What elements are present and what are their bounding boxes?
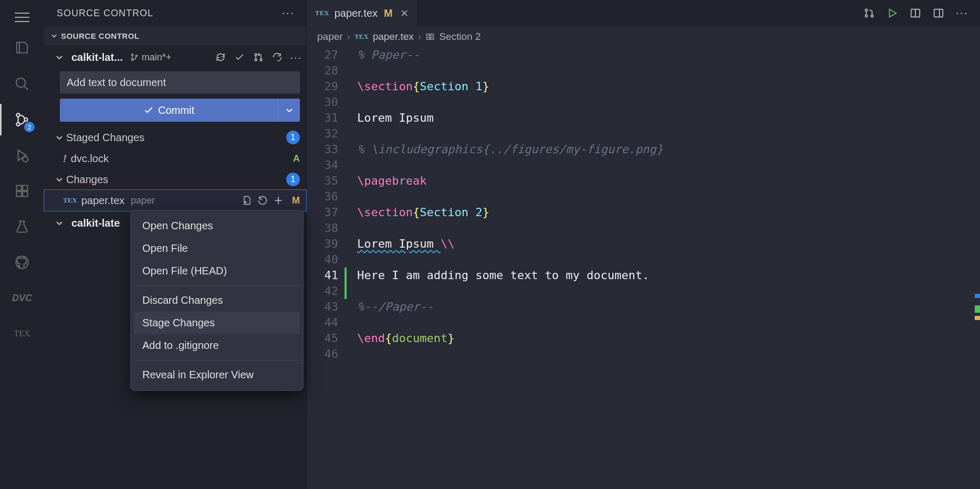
editor-actions: ··· [852,0,980,26]
tab-paper-tex[interactable]: TEX paper.tex M [307,0,418,26]
activitybar-github[interactable] [0,244,44,280]
ctx-separator [131,285,303,286]
code-line[interactable]: % \includegraphics{../figures/my-figure.… [357,142,980,157]
code-line[interactable]: \section{Section 2} [357,205,980,220]
minimap[interactable] [975,47,980,489]
code-line[interactable]: \end{document} [357,331,980,346]
svg-point-10 [131,54,133,56]
file-folder: paper [131,195,155,206]
run-debug-icon [14,147,30,163]
svg-point-17 [865,15,867,17]
activitybar-dvc[interactable]: DVC [0,280,44,316]
more-icon[interactable]: ··· [290,51,302,63]
code-line[interactable] [357,220,980,236]
code-line[interactable]: %--/Paper-- [357,299,980,315]
open-file-icon[interactable] [242,195,252,206]
breadcrumb-file[interactable]: paper.tex [373,31,414,42]
ctx-open-file-head[interactable]: Open File (HEAD) [131,260,303,282]
svg-point-2 [16,123,19,126]
more-icon[interactable]: ··· [956,6,968,20]
line-number: 38 [307,220,338,236]
code-line[interactable] [357,283,980,299]
code-line[interactable]: Lorem Ipsum [357,110,980,126]
code-line[interactable] [357,157,980,173]
code-line[interactable]: Here I am adding some text to my documen… [357,268,980,283]
activitybar-tex[interactable]: TEX [0,316,44,352]
sidebar: SOURCE CONTROL ··· SOURCE CONTROL calkit… [44,0,307,489]
activitybar-testing[interactable] [0,209,44,244]
menu-icon[interactable] [0,4,44,30]
layout-icon[interactable] [933,7,944,19]
tex-file-icon: TEX [63,196,77,205]
activitybar-extensions[interactable] [0,173,44,209]
chevron-down-icon [55,52,64,62]
line-number: 46 [307,346,338,362]
code-line[interactable] [357,346,980,362]
chevron-right-icon: › [347,31,350,42]
file-row-staged[interactable]: ! dvc.lock A [44,148,306,169]
commit-message-input[interactable]: Add text to document [60,71,300,93]
chevron-down-icon [55,175,64,184]
refresh-icon[interactable] [272,51,283,63]
activitybar-search[interactable] [0,66,44,102]
svg-point-4 [23,157,28,162]
code-line[interactable]: % Paper-- [357,47,980,63]
commit-dropdown[interactable] [278,99,300,122]
repo-row[interactable]: calkit-lat... main*+ ··· [44,45,306,69]
svg-point-0 [16,78,26,88]
file-row-changed[interactable]: TEX paper.tex paper M [44,190,306,211]
search-icon [14,76,30,92]
stage-icon[interactable] [273,195,284,206]
activitybar-explorer[interactable] [0,30,44,66]
code-line[interactable]: \pagebreak [357,173,980,189]
commit-button-label: Commit [158,104,194,116]
section-title: SOURCE CONTROL [61,31,140,40]
breadcrumb-symbol[interactable]: Section 2 [439,31,481,42]
repo-actions: ··· [215,51,302,63]
check-icon[interactable] [234,51,245,63]
discard-icon[interactable] [257,195,268,206]
section-header-source-control[interactable]: SOURCE CONTROL [44,26,306,45]
tab-status: M [384,7,393,19]
extensions-icon [15,184,29,198]
branch-indicator[interactable]: main*+ [130,52,172,63]
close-icon[interactable] [400,9,409,17]
chevron-down-icon [55,133,64,142]
code-line[interactable] [357,315,980,331]
gutter: 2728293031323334353637383940414243444546 [307,47,347,489]
ctx-discard[interactable]: Discard Changes [131,289,303,312]
activitybar-run-debug[interactable] [0,137,44,173]
code-line[interactable]: \section{Section 1} [357,79,980,94]
code-line[interactable]: Lorem Ipsum \\ [357,236,980,252]
ctx-gitignore[interactable]: Add to .gitignore [131,334,303,357]
activitybar-scm[interactable]: 2 [0,102,44,137]
code-line[interactable] [357,63,980,79]
pull-request-icon[interactable] [253,51,264,63]
ctx-open-changes[interactable]: Open Changes [131,215,303,237]
code-line[interactable] [357,252,980,268]
ctx-reveal[interactable]: Reveal in Explorer View [131,364,303,386]
svg-rect-7 [17,192,22,196]
code-line[interactable] [357,189,980,205]
ctx-open-file[interactable]: Open File [131,237,303,260]
breadcrumbs[interactable]: paper › TEX paper.tex › Section 2 [307,26,980,47]
run-icon[interactable] [887,7,898,19]
code-area[interactable]: 2728293031323334353637383940414243444546… [307,47,980,489]
code-line[interactable] [357,94,980,110]
breadcrumb-folder[interactable]: paper [317,31,343,42]
split-editor-icon[interactable] [910,7,921,19]
group-staged[interactable]: Staged Changes 1 [44,127,306,148]
commit-button[interactable]: Commit [60,99,278,122]
sync-icon[interactable] [215,51,226,63]
more-icon[interactable]: ··· [282,6,295,20]
status-letter: A [293,153,300,164]
code[interactable]: % Paper--\section{Section 1}Lorem Ipsum%… [347,47,980,489]
context-menu: Open Changes Open File Open File (HEAD) … [130,210,304,391]
group-changes[interactable]: Changes 1 [44,169,306,190]
ctx-stage[interactable]: Stage Changes [134,312,300,334]
compare-icon[interactable] [863,7,875,19]
code-line[interactable] [357,126,980,142]
group-changes-label: Changes [66,174,108,186]
tex-icon: TEX [14,329,30,338]
sidebar-header: SOURCE CONTROL ··· [44,0,306,26]
